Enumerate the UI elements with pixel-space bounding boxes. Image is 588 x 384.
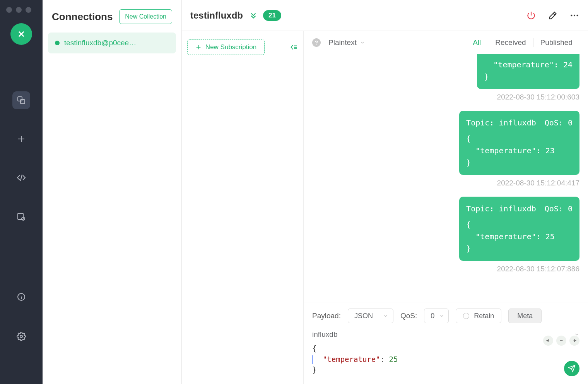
payload-label: Payload: [312, 312, 341, 320]
svg-point-7 [574, 14, 575, 16]
messages-column: ? Plaintext All Received Published [304, 31, 588, 384]
message: Topic: influxdb QoS: 0 { "temperature": … [312, 111, 579, 187]
tab-received[interactable]: Received [488, 38, 533, 47]
edit-icon[interactable] [548, 10, 558, 21]
retain-toggle[interactable]: Retain [456, 309, 501, 323]
payload-format-select[interactable]: JSON [348, 309, 393, 323]
payload-editor[interactable]: { "temperature": 25 } [312, 343, 579, 375]
message-time: 2022-08-30 15:12:00:603 [497, 93, 579, 101]
new-subscription-button[interactable]: New Subscription [187, 39, 265, 55]
message-body: { "temperature": 25 } [466, 219, 573, 255]
messages-area[interactable]: "temperature": 24 } 2022-08-30 15:12:00:… [304, 54, 588, 302]
expand-icon[interactable] [249, 11, 258, 20]
main-header: testinfluxdb 21 [182, 0, 588, 31]
subscriptions-column: New Subscription [182, 31, 304, 384]
tab-all[interactable]: All [466, 38, 488, 47]
svg-rect-2 [18, 213, 23, 219]
collapse-subscriptions-icon[interactable] [289, 43, 298, 51]
message-time: 2022-08-30 15:12:04:417 [497, 179, 579, 187]
connections-title: Connections [52, 11, 113, 23]
svg-rect-0 [18, 97, 22, 101]
main-area: testinfluxdb 21 [182, 0, 588, 384]
message-count-badge: 21 [263, 10, 281, 21]
message: "temperature": 24 } 2022-08-30 15:12:00:… [312, 54, 579, 101]
meta-button[interactable]: Meta [508, 309, 542, 323]
message-body: { "temperature": 23 } [466, 133, 573, 169]
format-select[interactable]: Plaintext [328, 38, 365, 47]
message-body: "temperature": 24 } [484, 59, 573, 83]
svg-point-8 [576, 14, 578, 16]
connections-panel: Connections New Collection testinfluxdb@… [43, 0, 182, 384]
connection-status-dot [55, 41, 60, 45]
nav-info-icon[interactable] [12, 288, 30, 306]
send-button[interactable] [564, 361, 579, 376]
disconnect-icon[interactable] [526, 10, 536, 21]
connection-title: testinfluxdb [190, 10, 243, 21]
message: Topic: influxdb QoS: 0 { "temperature": … [312, 197, 579, 273]
editor-collapse-icon[interactable] [556, 336, 566, 346]
nav-rail [0, 0, 43, 384]
connection-name: testinfluxdb@p0cee… [64, 39, 136, 47]
retain-radio-icon [463, 313, 469, 319]
svg-point-6 [571, 14, 572, 16]
tab-published[interactable]: Published [533, 38, 579, 47]
compose-panel: Payload: JSON QoS: 0 Retain Meta [304, 302, 588, 384]
new-subscription-label: New Subscription [205, 43, 256, 51]
messages-toolbar: ? Plaintext All Received Published [304, 31, 588, 54]
svg-point-5 [20, 335, 22, 338]
more-icon[interactable] [569, 10, 579, 21]
new-collection-button[interactable]: New Collection [119, 9, 172, 24]
nav-connections-icon[interactable] [12, 91, 30, 109]
nav-code-icon[interactable] [12, 169, 30, 187]
qos-label: QoS: [400, 312, 417, 320]
connection-list-item[interactable]: testinfluxdb@p0cee… [48, 33, 176, 53]
qos-select[interactable]: 0 [424, 309, 449, 323]
window-traffic-lights[interactable] [6, 7, 31, 13]
app-logo[interactable] [10, 23, 32, 45]
nav-plus-icon[interactable] [12, 130, 30, 148]
editor-next-icon[interactable] [569, 336, 579, 346]
help-icon[interactable]: ? [312, 38, 321, 47]
nav-log-icon[interactable] [12, 207, 30, 225]
nav-settings-icon[interactable] [12, 327, 30, 345]
message-time: 2022-08-30 15:12:07:886 [497, 265, 579, 273]
svg-rect-1 [21, 99, 25, 104]
topic-input[interactable]: influxdb [312, 329, 579, 343]
editor-prev-icon[interactable] [543, 336, 553, 346]
format-select-value: Plaintext [328, 38, 357, 47]
